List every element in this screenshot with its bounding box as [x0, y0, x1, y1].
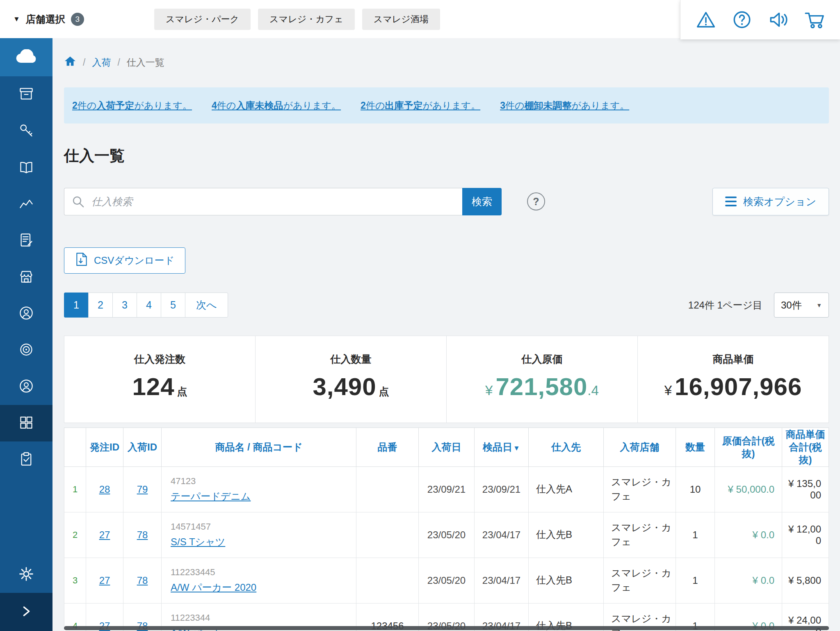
part-no-cell [356, 512, 419, 558]
order-id-link[interactable]: 28 [99, 484, 110, 495]
order-id-link[interactable]: 27 [99, 529, 110, 540]
sidebar-item-analytics[interactable] [0, 186, 52, 222]
part-no-cell [356, 466, 419, 512]
store-cell: スマレジ・カフェ [604, 466, 676, 512]
hamburger-icon [725, 197, 737, 206]
stat-label: 仕入発注数 [134, 352, 185, 366]
supplier-cell: 仕入先B [529, 558, 604, 603]
horizontal-scrollbar[interactable] [64, 626, 829, 630]
sidebar-item-stocktake[interactable] [0, 441, 52, 478]
page-button-2[interactable]: 2 [88, 293, 113, 318]
sidebar-expand-button[interactable] [0, 593, 52, 631]
search-help-icon[interactable]: ? [527, 192, 545, 210]
pagination: 1 2 3 4 5 次へ [64, 293, 228, 318]
header-unit-price-total: 商品単価合計(税抜) [782, 428, 829, 467]
store-chip[interactable]: スマレジ・パーク [154, 9, 251, 30]
arrival-id-cell: 78 [123, 512, 162, 558]
sidebar-item-inventory[interactable] [0, 405, 52, 441]
stat-unit-price: 商品単価 ¥ 16,907,966 [638, 336, 829, 423]
quantity-cell: 1 [676, 558, 715, 603]
sidebar-logo[interactable] [0, 38, 52, 76]
alert-link-arrival-planned[interactable]: 2件の入荷予定があります。 [72, 99, 192, 112]
stat-currency: ¥ [485, 383, 493, 398]
alert-count: 2 [361, 100, 366, 111]
csv-download-button[interactable]: CSVダウンロード [64, 247, 185, 274]
sidebar-item-staff[interactable] [0, 295, 52, 332]
blocks-grid-icon [19, 415, 34, 432]
inspection-date-cell: 23/09/21 [475, 466, 529, 512]
stat-unit: 点 [177, 385, 187, 398]
product-name-link[interactable]: S/S Tシャツ [171, 536, 225, 547]
sidebar-item-target[interactable] [0, 332, 52, 368]
sidebar-item-store[interactable] [0, 259, 52, 295]
stat-order-count: 仕入発注数 124 点 [64, 336, 256, 423]
search-options-button[interactable]: 検索オプション [712, 188, 829, 215]
store-select-dropdown[interactable]: ▼ 店舗選択 3 [0, 0, 135, 38]
product-name-link[interactable]: テーパードデニム [171, 491, 251, 502]
header-inspection-date[interactable]: 検品日▼ [475, 428, 529, 467]
cost-total-cell: ¥ 0.0 [715, 512, 782, 558]
page-button-1[interactable]: 1 [64, 293, 89, 318]
sidebar-item-orders[interactable] [0, 222, 52, 259]
alert-unit: 件の [505, 100, 525, 111]
order-id-link[interactable]: 27 [99, 575, 110, 586]
arrival-id-link[interactable]: 79 [137, 484, 148, 495]
header-arrival-id: 入荷ID [123, 428, 162, 467]
sidebar-item-book[interactable] [0, 149, 52, 186]
sidebar-item-customers[interactable] [0, 368, 52, 405]
header-arrival-date: 入荷日 [419, 428, 475, 467]
sidebar-item-key[interactable] [0, 113, 52, 149]
inspection-date-cell: 23/04/17 [475, 558, 529, 603]
caret-down-icon: ▼ [13, 15, 20, 23]
alert-suffix: があります。 [571, 100, 629, 111]
product-code: 14571457 [171, 521, 352, 532]
breadcrumb-home-link[interactable] [64, 55, 76, 69]
csv-download-label: CSVダウンロード [94, 254, 174, 267]
search-submit-button[interactable]: 検索 [462, 188, 502, 215]
alert-unit: 件の [366, 100, 385, 111]
page-button-5[interactable]: 5 [161, 293, 185, 318]
alert-link-stocktake-unadjusted[interactable]: 3件の棚卸未調整があります。 [500, 99, 629, 112]
sidebar-item-settings[interactable] [0, 556, 52, 593]
stat-value: 3,490 [313, 373, 376, 401]
per-page-select[interactable]: 30件 ▼ [774, 293, 829, 318]
sidebar-item-box[interactable] [0, 76, 52, 113]
search-input[interactable] [64, 188, 462, 215]
store-chip-list: スマレジ・パーク スマレジ・カフェ スマレジ酒場 [154, 9, 440, 30]
announcement-icon[interactable] [767, 9, 790, 31]
product-cell: 14571457 S/S Tシャツ [162, 512, 356, 558]
cart-icon[interactable] [803, 9, 826, 31]
order-id-cell: 27 [86, 558, 123, 603]
chevron-right-icon [19, 604, 34, 620]
stat-label: 仕入数量 [331, 352, 372, 366]
header-quantity: 数量 [676, 428, 715, 467]
breadcrumb: / 入荷 / 仕入一覧 [64, 55, 829, 69]
unit-price-total-cell: ¥ 135,000 [782, 466, 829, 512]
alert-label: 棚卸未調整 [524, 100, 571, 111]
header-cost-total: 原価合計(税抜) [715, 428, 782, 467]
alert-icon[interactable] [695, 9, 717, 31]
arrival-id-link[interactable]: 78 [137, 529, 148, 540]
table-row: 3 27 78 112233445 A/W パーカー 2020 23/05/20… [64, 558, 829, 603]
alert-link-uninspected[interactable]: 4件の入庫未検品があります。 [212, 99, 341, 112]
target-icon [19, 342, 34, 359]
stat-quantity: 仕入数量 3,490 点 [256, 336, 447, 423]
stat-label: 商品単価 [713, 352, 754, 366]
store-chip[interactable]: スマレジ酒場 [362, 9, 440, 30]
header-order-id: 発注ID [86, 428, 123, 467]
search-box: 検索 [64, 188, 502, 215]
store-chip[interactable]: スマレジ・カフェ [258, 9, 355, 30]
help-icon[interactable] [731, 9, 753, 31]
breadcrumb-link-arrival[interactable]: 入荷 [92, 56, 111, 69]
header-row-number [64, 428, 86, 467]
alert-link-shipping-planned[interactable]: 2件の出庫予定があります。 [361, 99, 480, 112]
cost-total-cell: ¥ 50,000.0 [715, 466, 782, 512]
chevron-down-icon: ▼ [816, 302, 822, 309]
arrival-id-link[interactable]: 78 [137, 575, 148, 586]
store-count-badge: 3 [71, 13, 84, 26]
page-button-3[interactable]: 3 [112, 293, 137, 318]
sidebar [0, 38, 52, 631]
product-name-link[interactable]: A/W パーカー 2020 [171, 582, 256, 593]
page-button-next[interactable]: 次へ [185, 293, 228, 318]
page-button-4[interactable]: 4 [137, 293, 161, 318]
